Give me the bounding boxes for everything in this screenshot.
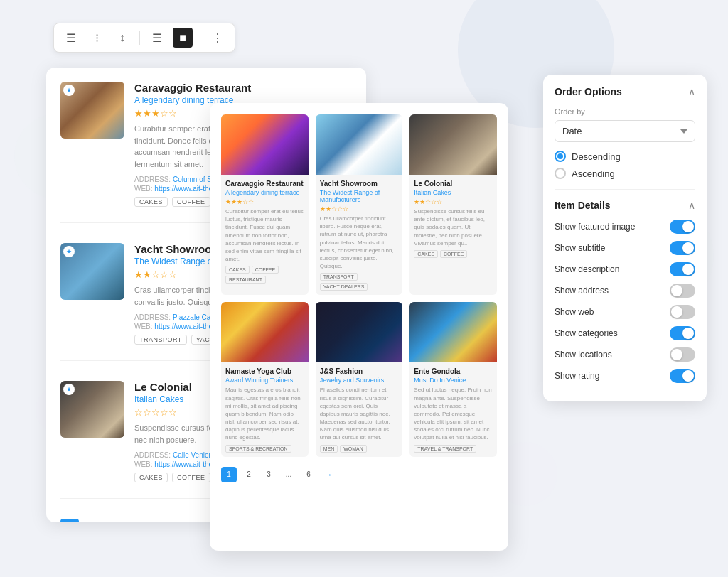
grid-item-desc: Suspendisse cursus felis eu ante dictum,… <box>414 207 493 247</box>
list-item-title: Caravaggio Restaurant <box>134 82 352 94</box>
grid-page-ellipsis: ... <box>281 467 296 482</box>
grid-item-stars: ★★★☆☆ <box>225 198 304 205</box>
grid-item-image <box>221 114 309 175</box>
more-options-icon[interactable]: ⋮ <box>208 28 228 48</box>
page-6-btn[interactable]: 6 <box>157 519 176 522</box>
grid-item-image <box>410 302 497 362</box>
page-3-btn[interactable]: 3 <box>109 519 127 522</box>
grid-item-image <box>410 114 497 175</box>
grid-tag: CAKES <box>225 266 250 274</box>
grid-tag: SPORTS & RECREATION <box>225 445 291 453</box>
grid-item-title: Ente Gondola <box>414 367 493 376</box>
toggle-rating-switch[interactable] <box>670 369 695 383</box>
grid-item-info: Caravaggio Restaurant A legendary dining… <box>221 175 309 288</box>
ascending-label: Ascending <box>572 168 615 179</box>
grid-item-tags: TRAVEL & TRANSPORT <box>414 445 493 453</box>
grid-item-tags: CAKES COFFEE <box>414 250 493 258</box>
tag-coffee: COFFEE <box>172 197 210 207</box>
item-details-collapse-icon[interactable]: ∧ <box>688 200 695 211</box>
list-view-icon[interactable]: ☰ <box>61 28 81 48</box>
grid-tag: WOMAN <box>340 445 367 453</box>
page-next-btn[interactable]: → <box>181 519 200 522</box>
grid-item-info: Ente Gondola Must Do In Venice Sed ut lu… <box>410 362 497 456</box>
tag-coffee: COFFEE <box>172 473 210 482</box>
grid-item-subtitle: Award Winning Trainers <box>225 377 304 384</box>
toolbar: ☰ ⁝ ↕ ☰ ■ ⋮ <box>53 23 235 53</box>
toggle-rating-label: Show rating <box>555 371 599 381</box>
grid-item: J&S Fashion Jewelry and Souvenirs Phasel… <box>316 302 403 456</box>
toggle-address: Show address <box>555 284 695 298</box>
grid-item-subtitle: Italian Cakes <box>414 189 493 196</box>
thumb-badge: ★ <box>63 384 75 395</box>
grid-item-desc: Sed ut luctus neque. Proin non magna ant… <box>414 386 493 441</box>
grid-item-tags: MEN WOMAN <box>320 445 399 453</box>
toolbar-divider <box>139 31 140 45</box>
toggle-categories-switch[interactable] <box>670 326 695 340</box>
grid-item-info: Yacht Showroom The Widest Range of Manuf… <box>316 175 403 295</box>
grid-tag: COFFEE <box>440 250 467 258</box>
grid-item-stars: ★★☆☆☆ <box>320 205 399 212</box>
ascending-radio[interactable]: Ascending <box>555 168 695 179</box>
grid-item-desc: Curabitur semper erat eu tellus luctus, … <box>225 207 304 263</box>
grid-item-stars: ★★☆☆☆ <box>414 198 493 205</box>
page-1-btn[interactable]: 1 <box>60 519 79 522</box>
toggle-address-label: Show address <box>555 286 609 296</box>
grid-page-6-btn[interactable]: 6 <box>301 467 316 482</box>
page-2-btn[interactable]: 2 <box>85 519 103 522</box>
item-details-title: Item Details <box>555 200 611 211</box>
grid-dots-icon[interactable]: ⁝ <box>87 28 107 48</box>
toggle-locations: Show locations <box>555 347 695 362</box>
descending-label: Descending <box>572 151 621 162</box>
text-view-icon[interactable]: ☰ <box>147 28 167 48</box>
toggle-description-label: Show description <box>555 264 619 274</box>
grid-tag: TRAVEL & TRANSPORT <box>414 445 476 453</box>
grid-item: Ente Gondola Must Do In Venice Sed ut lu… <box>410 302 497 456</box>
panel-collapse-icon[interactable]: ∧ <box>688 86 695 97</box>
grid-item-title: Namaste Yoga Club <box>225 367 304 376</box>
grid-page-2-btn[interactable]: 2 <box>241 467 257 482</box>
tag-cakes: CAKES <box>134 197 168 207</box>
grid-item-info: Le Colonial Italian Cakes ★★☆☆☆ Suspendi… <box>410 175 497 262</box>
toggle-subtitle: Show subtitle <box>555 241 695 255</box>
descending-radio-indicator <box>555 151 566 162</box>
grid-tag: CAKES <box>414 250 438 258</box>
tag-cakes: CAKES <box>134 473 168 482</box>
toggle-featured-image-label: Show featured image <box>555 222 635 232</box>
page-ellipsis: ... <box>133 519 151 522</box>
colonial-thumbnail: ★ <box>60 381 124 438</box>
toggle-address-switch[interactable] <box>670 284 695 298</box>
grid-item-info: J&S Fashion Jewelry and Souvenirs Phasel… <box>316 362 403 456</box>
up-down-icon[interactable]: ↕ <box>112 28 132 48</box>
descending-radio[interactable]: Descending <box>555 151 695 162</box>
grid-page-3-btn[interactable]: 3 <box>261 467 277 482</box>
grid-item-title: Caravaggio Restaurant <box>225 179 304 188</box>
toggle-categories: Show categories <box>555 326 695 340</box>
grid-page-1-btn[interactable]: 1 <box>221 467 237 482</box>
toggle-web-switch[interactable] <box>670 305 695 319</box>
toggle-subtitle-switch[interactable] <box>670 241 695 255</box>
order-by-label: Order by <box>555 107 695 116</box>
order-by-select[interactable]: Date Title Rating Random <box>555 120 695 142</box>
toggle-description: Show description <box>555 262 695 276</box>
block-view-icon[interactable]: ■ <box>173 28 193 48</box>
grid-item-desc: Phasellus condimentum et risus a digniss… <box>320 386 399 441</box>
grid-item-image <box>316 302 403 362</box>
thumb-badge: ★ <box>63 246 75 257</box>
panel-header: Order Options ∧ <box>555 86 695 97</box>
toggle-description-switch[interactable] <box>670 262 695 276</box>
toggle-featured-image-switch[interactable] <box>670 220 695 234</box>
order-options-panel: Order Options ∧ Order by Date Title Rati… <box>543 75 707 401</box>
grid-pagination: 1 2 3 ... 6 → <box>221 467 497 482</box>
grid-item-image <box>221 302 309 362</box>
grid-tag: COFFEE <box>252 266 279 274</box>
toggle-locations-label: Show locations <box>555 350 612 360</box>
toggle-locations-switch[interactable] <box>670 347 695 362</box>
grid-tag: MEN <box>320 445 338 453</box>
grid-item-desc: Cras ullamcorper tincidunt libero. Fusce… <box>320 215 399 270</box>
grid-tag: YACHT DEALERS <box>320 283 368 291</box>
grid-item-title: Yacht Showroom <box>320 179 399 188</box>
grid-item-subtitle: Must Do In Venice <box>414 377 493 384</box>
grid-page-next-btn[interactable]: → <box>321 467 336 482</box>
panel-title: Order Options <box>555 86 622 97</box>
grid-item-tags: SPORTS & RECREATION <box>225 445 304 453</box>
